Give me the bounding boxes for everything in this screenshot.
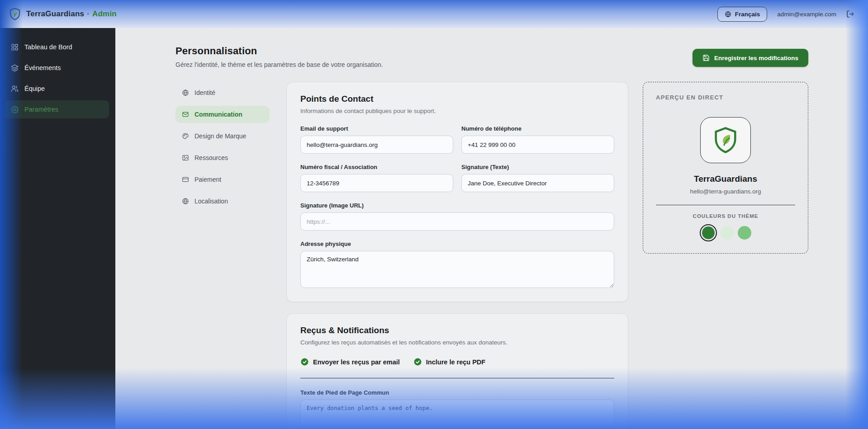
mail-icon [182, 111, 189, 118]
sidebar-item-settings[interactable]: Paramètres [5, 100, 109, 118]
sidebar-item-label: Tableau de Bord [24, 43, 72, 51]
theme-colors-label: COULEURS DU THÈME [693, 213, 759, 219]
users-icon [11, 85, 19, 93]
dashboard-icon [11, 43, 19, 51]
gear-icon [11, 106, 19, 113]
signature-url-label: Signature (Image URL) [300, 202, 614, 209]
user-email: admin@example.com [777, 11, 836, 18]
page-title: Personnalisation [175, 45, 383, 57]
live-preview-panel: APERÇU EN DIRECT TerraGuardians hello@te… [643, 82, 808, 254]
receipts-card: Reçus & Notifications Configurez les reç… [286, 313, 628, 429]
signature-url-field[interactable] [300, 212, 614, 231]
org-email: hello@terra-guardians.org [690, 188, 761, 195]
receipts-card-title: Reçus & Notifications [300, 325, 614, 335]
divider [656, 205, 795, 205]
sidebar-item-dashboard[interactable]: Tableau de Bord [5, 38, 109, 56]
logout-icon [846, 10, 854, 18]
preview-label: APERÇU EN DIRECT [656, 94, 723, 101]
sidebar-item-label: Événements [24, 64, 61, 71]
brand: TerraGuardians·Admin [8, 7, 117, 21]
sidebar-item-label: Paramètres [24, 106, 58, 113]
support-email-label: Email de support [300, 125, 453, 132]
org-logo-box [700, 117, 751, 163]
brand-name: TerraGuardians·Admin [26, 9, 117, 19]
globe-icon [182, 89, 189, 96]
contact-card: Points de Contact Informations de contac… [286, 82, 628, 302]
globe-icon [725, 11, 731, 18]
image-icon [182, 154, 189, 161]
checkbox-pdf-receipt[interactable]: Inclure le reçu PDF [413, 358, 485, 366]
theme-color-accent[interactable] [738, 226, 751, 240]
signature-text-label: Signature (Texte) [461, 164, 614, 170]
footer-text-field[interactable]: Every donation plants a seed of hope. [300, 400, 614, 429]
theme-color-light[interactable] [721, 226, 734, 240]
main-content: Personnalisation Gérez l'identité, le th… [115, 28, 868, 429]
check-circle-icon [300, 358, 309, 366]
save-button[interactable]: Enregistrer les modifications [693, 49, 808, 67]
layers-icon [11, 64, 19, 72]
subnav-item-localization[interactable]: Localisation [175, 193, 270, 210]
top-bar: TerraGuardians·Admin Français admin@exam… [0, 0, 868, 28]
subnav-item-communication[interactable]: Communication [175, 106, 270, 123]
settings-subnav: Identité Communication Design de Marque … [175, 82, 270, 214]
shield-leaf-logo-icon [8, 7, 22, 21]
logout-button[interactable] [846, 10, 854, 18]
receipts-card-subtitle: Configurez les reçus automatisés et les … [300, 339, 614, 346]
tax-id-label: Numéro fiscal / Association [300, 164, 453, 170]
tax-id-field[interactable] [300, 174, 453, 192]
phone-label: Numéro de téléphone [461, 125, 614, 132]
phone-field[interactable] [461, 136, 614, 154]
shield-leaf-logo-icon [711, 126, 740, 155]
credit-card-icon [182, 176, 189, 183]
globe-icon [182, 198, 189, 205]
subnav-item-identity[interactable]: Identité [175, 84, 270, 101]
checkbox-email-receipts[interactable]: Envoyer les reçus par email [300, 358, 400, 366]
palette-icon [182, 132, 189, 140]
address-label: Adresse physique [300, 240, 614, 247]
contact-card-title: Points de Contact [300, 94, 614, 104]
theme-color-primary [702, 226, 715, 239]
language-button[interactable]: Français [717, 7, 768, 22]
sidebar-item-team[interactable]: Équipe [5, 80, 109, 98]
brand-admin-suffix: Admin [92, 9, 117, 18]
org-name: TerraGuardians [694, 174, 757, 184]
save-icon [702, 54, 710, 61]
sidebar: Tableau de Bord Événements Équipe Paramè… [0, 28, 115, 429]
signature-text-field[interactable] [461, 174, 614, 192]
subnav-item-branding[interactable]: Design de Marque [175, 127, 270, 145]
page-subtitle: Gérez l'identité, le thème et les paramè… [175, 61, 383, 68]
subnav-item-payment[interactable]: Paiement [175, 171, 270, 188]
theme-color-swatch-selected[interactable] [700, 224, 717, 241]
footer-text-label: Texte de Pied de Page Commun [300, 389, 614, 396]
contact-card-subtitle: Informations de contact publiques pour l… [300, 108, 614, 114]
subnav-item-resources[interactable]: Ressources [175, 149, 270, 166]
sidebar-item-events[interactable]: Événements [5, 59, 109, 77]
address-field[interactable]: Zürich, Switzerland [300, 251, 614, 288]
support-email-field[interactable] [300, 136, 453, 154]
check-circle-icon [413, 358, 422, 366]
divider [300, 378, 614, 378]
sidebar-item-label: Équipe [24, 85, 45, 92]
